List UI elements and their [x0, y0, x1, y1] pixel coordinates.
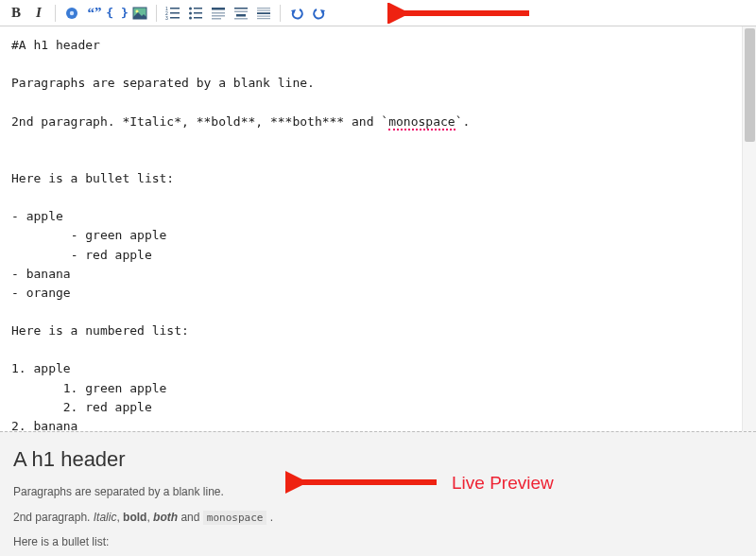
align-icon: [233, 6, 249, 21]
hr-icon: [256, 6, 271, 21]
italic-button[interactable]: I: [28, 3, 49, 24]
undo-button[interactable]: [286, 3, 307, 24]
svg-rect-20: [234, 8, 248, 9]
live-preview-pane: A h1 header Paragraphs are separated by …: [0, 431, 756, 556]
preview-paragraph: Here is a bullet list:: [13, 533, 743, 551]
svg-rect-19: [212, 18, 221, 20]
svg-rect-15: [194, 17, 202, 19]
hr-button[interactable]: [253, 3, 274, 24]
align-button[interactable]: [231, 3, 251, 24]
redo-icon: [312, 6, 327, 21]
editor-pane: #A h1 header Paragraphs are separated by…: [0, 26, 756, 431]
preview-paragraph: 2nd paragraph. Italic, bold, both and mo…: [13, 509, 743, 527]
preview-h1: A h1 header: [13, 443, 743, 476]
blockquote-button[interactable]: “”: [84, 3, 105, 24]
svg-point-3: [136, 9, 139, 12]
svg-rect-24: [257, 8, 270, 9]
svg-rect-18: [212, 15, 225, 17]
code-button[interactable]: { }: [107, 3, 128, 24]
svg-rect-9: [170, 17, 180, 19]
toolbar-separator: [280, 5, 281, 22]
svg-rect-7: [170, 8, 180, 9]
scrollbar-thumb[interactable]: [745, 28, 755, 142]
svg-text:3: 3: [165, 15, 168, 21]
svg-point-1: [70, 10, 74, 14]
svg-rect-17: [212, 12, 225, 14]
undo-icon: [289, 6, 304, 21]
svg-rect-23: [234, 18, 248, 20]
markdown-editor[interactable]: #A h1 header Paragraphs are separated by…: [0, 26, 741, 431]
svg-point-10: [189, 7, 192, 9]
svg-rect-22: [236, 14, 246, 17]
ordered-list-button[interactable]: 1 2 3: [163, 3, 183, 24]
quote-icon: “”: [88, 5, 102, 21]
toolbar-separator: [55, 5, 56, 22]
link-icon: [64, 6, 79, 21]
svg-rect-16: [212, 8, 225, 10]
svg-rect-28: [257, 18, 270, 19]
image-icon: [132, 6, 147, 21]
image-button[interactable]: [129, 3, 150, 24]
italic-icon: I: [36, 5, 42, 21]
svg-rect-13: [194, 8, 202, 9]
bold-button[interactable]: B: [6, 3, 26, 24]
svg-rect-27: [257, 15, 270, 16]
preview-paragraph: Paragraphs are separated by a blank line…: [13, 483, 743, 501]
svg-rect-8: [170, 12, 180, 14]
svg-point-11: [189, 11, 192, 14]
svg-rect-21: [234, 10, 248, 12]
link-button[interactable]: [61, 3, 82, 24]
svg-rect-26: [257, 12, 270, 14]
toolbar-separator: [156, 5, 157, 22]
heading-icon: [211, 6, 226, 21]
svg-rect-14: [194, 12, 202, 14]
svg-point-12: [189, 16, 192, 19]
braces-icon: { }: [106, 6, 128, 20]
svg-rect-25: [257, 9, 270, 10]
heading-button[interactable]: [208, 3, 229, 24]
editor-toolbar: B I “” { } 1 2 3: [0, 0, 756, 26]
bullet-list-button[interactable]: [185, 3, 206, 24]
redo-button[interactable]: [309, 3, 330, 24]
ordered-list-icon: 1 2 3: [165, 6, 180, 21]
bullet-list-icon: [188, 6, 203, 21]
bold-icon: B: [11, 5, 21, 21]
editor-scrollbar[interactable]: [742, 26, 756, 431]
